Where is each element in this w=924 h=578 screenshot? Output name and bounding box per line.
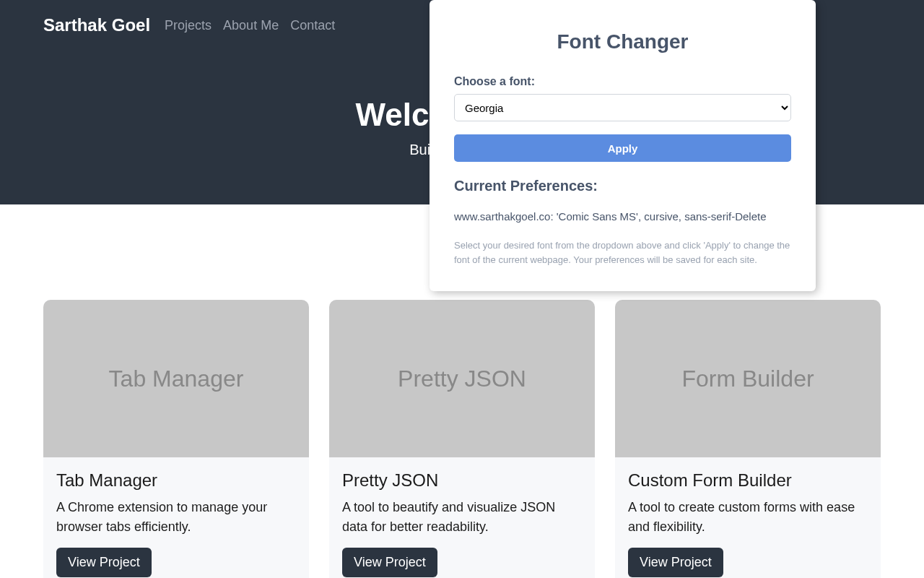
project-title: Custom Form Builder: [628, 470, 868, 491]
preferences-heading: Current Preferences:: [454, 178, 791, 194]
brand-name[interactable]: Sarthak Goel: [43, 15, 150, 35]
project-body: Tab Manager A Chrome extension to manage…: [43, 457, 309, 578]
project-image-placeholder: Form Builder: [615, 300, 881, 457]
project-card: Pretty JSON Pretty JSON A tool to beauti…: [329, 300, 595, 578]
project-description: A Chrome extension to manage your browse…: [56, 498, 296, 537]
projects-grid: Tab Manager Tab Manager A Chrome extensi…: [43, 300, 881, 578]
project-image-placeholder: Tab Manager: [43, 300, 309, 457]
nav-link-projects[interactable]: Projects: [165, 18, 212, 33]
project-card: Tab Manager Tab Manager A Chrome extensi…: [43, 300, 309, 578]
font-select[interactable]: Georgia: [454, 94, 791, 121]
helper-text: Select your desired font from the dropdo…: [454, 238, 791, 267]
view-project-button[interactable]: View Project: [628, 548, 723, 577]
apply-button[interactable]: Apply: [454, 134, 791, 162]
project-card: Form Builder Custom Form Builder A tool …: [615, 300, 881, 578]
extension-popup: Font Changer Choose a font: Georgia Appl…: [430, 0, 816, 291]
project-description: A tool to beautify and visualize JSON da…: [342, 498, 582, 537]
preference-entry[interactable]: www.sarthakgoel.co: 'Comic Sans MS', cur…: [454, 210, 791, 223]
nav-link-contact[interactable]: Contact: [290, 18, 335, 33]
project-body: Pretty JSON A tool to beautify and visua…: [329, 457, 595, 578]
project-body: Custom Form Builder A tool to create cus…: [615, 457, 881, 578]
project-image-placeholder: Pretty JSON: [329, 300, 595, 457]
view-project-button[interactable]: View Project: [56, 548, 152, 577]
project-title: Tab Manager: [56, 470, 296, 491]
popup-body: Choose a font: Georgia Apply Current Pre…: [438, 75, 807, 282]
project-description: A tool to create custom forms with ease …: [628, 498, 868, 537]
popup-inner: Font Changer Choose a font: Georgia Appl…: [438, 9, 807, 282]
popup-title: Font Changer: [438, 9, 807, 75]
view-project-button[interactable]: View Project: [342, 548, 437, 577]
nav-link-about[interactable]: About Me: [223, 18, 279, 33]
font-select-label: Choose a font:: [454, 75, 791, 88]
project-title: Pretty JSON: [342, 470, 582, 491]
